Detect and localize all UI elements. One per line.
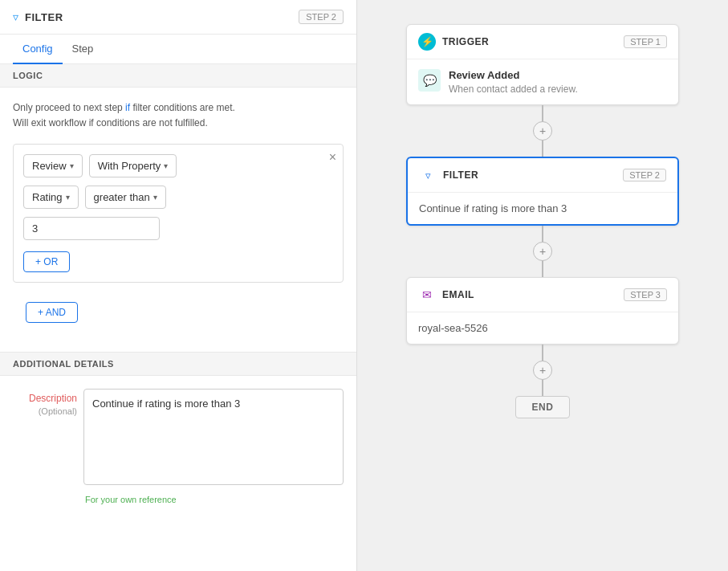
logic-desc-line2: Will exit workflow if conditions are not… — [13, 116, 344, 131]
review-added-icon: 💬 — [418, 69, 441, 92]
connector-line-3b — [542, 380, 543, 396]
filter-value-input[interactable] — [23, 217, 160, 240]
logic-section-header: LOGIC — [0, 64, 356, 88]
connector-line-2 — [542, 226, 543, 242]
tab-config[interactable]: Config — [13, 35, 63, 64]
description-hint: For your own reference — [72, 495, 356, 514]
trigger-step-badge: STEP 1 — [624, 35, 667, 48]
filter-header-left: ▿ FILTER — [419, 166, 478, 184]
rating-select-label: Rating — [32, 191, 63, 203]
add-step-button-1[interactable]: + — [533, 121, 552, 141]
trigger-icon: ⚡ — [418, 33, 436, 51]
connector-3: + — [533, 345, 552, 396]
chat-icon: 💬 — [423, 74, 437, 87]
trigger-node-title: TRIGGER — [442, 36, 489, 47]
rating-arrow-icon: ▾ — [66, 193, 70, 202]
trigger-node-header: ⚡ TRIGGER STEP 1 — [407, 25, 678, 59]
filter-icon: ▿ — [13, 10, 18, 23]
additional-details-header: ADDITIONAL DETAILS — [0, 353, 356, 376]
email-node-title: EMAIL — [442, 289, 474, 300]
connector-line-2b — [542, 261, 543, 277]
trigger-icon-symbol: ⚡ — [421, 36, 433, 47]
with-property-label: With Property — [98, 160, 161, 172]
description-area: Description (Optional) Continue if ratin… — [0, 376, 356, 498]
filter-body-text: Continue if rating is more than 3 — [419, 202, 666, 214]
close-filter-button[interactable]: × — [329, 151, 336, 164]
and-button[interactable]: + AND — [26, 302, 78, 323]
logic-section: Only proceed to next step if filter cond… — [0, 88, 356, 345]
logic-description: Only proceed to next step if filter cond… — [13, 100, 344, 131]
greater-than-select[interactable]: greater than ▾ — [85, 186, 166, 209]
email-body-text: royal-sea-5526 — [418, 322, 667, 334]
trigger-body-desc: When contact added a review. — [449, 84, 578, 95]
email-node: ✉ EMAIL STEP 3 royal-sea-5526 — [406, 277, 679, 345]
email-node-body: royal-sea-5526 — [407, 312, 678, 344]
panel-header: ▿ FILTER STEP 2 — [0, 0, 356, 35]
filter-step-badge: STEP 2 — [623, 169, 666, 181]
description-label: Description (Optional) — [13, 389, 77, 485]
review-arrow-icon: ▾ — [70, 161, 74, 170]
right-panel: ⚡ TRIGGER STEP 1 💬 Review Added When con… — [357, 0, 728, 571]
tab-step[interactable]: Step — [63, 35, 104, 64]
panel-header-left: ▿ FILTER — [13, 10, 63, 23]
connector-line-1 — [542, 105, 543, 121]
trigger-node: ⚡ TRIGGER STEP 1 💬 Review Added When con… — [406, 24, 679, 105]
trigger-header-left: ⚡ TRIGGER — [418, 33, 489, 51]
email-step-badge: STEP 3 — [624, 288, 667, 301]
greater-than-arrow-icon: ▾ — [153, 193, 157, 202]
email-icon-symbol: ✉ — [422, 288, 432, 301]
with-property-arrow-icon: ▾ — [164, 161, 168, 170]
left-panel: ▿ FILTER STEP 2 Config Step LOGIC Only p… — [0, 0, 357, 571]
filter-node-icon: ▿ — [419, 166, 437, 184]
filter-value-row — [23, 217, 333, 240]
optional-label: (Optional) — [13, 406, 77, 418]
connector-line-1b — [542, 141, 543, 157]
filter-row-1: Review ▾ With Property ▾ — [23, 154, 333, 177]
review-select-label: Review — [32, 160, 67, 172]
description-textarea[interactable]: Continue if rating is more than 3 — [83, 389, 344, 485]
greater-than-label: greater than — [94, 191, 150, 203]
logic-if-text: if — [125, 102, 130, 113]
connector-1: + — [533, 105, 552, 157]
email-icon: ✉ — [418, 286, 436, 304]
filter-icon-symbol: ▿ — [425, 169, 431, 181]
filter-row-2: Rating ▾ greater than ▾ — [23, 186, 333, 209]
add-step-button-2[interactable]: + — [533, 242, 552, 261]
description-label-text: Description — [13, 392, 77, 406]
trigger-body-title: Review Added — [449, 69, 578, 81]
trigger-node-body: 💬 Review Added When contact added a revi… — [407, 59, 678, 104]
connector-line-3 — [542, 345, 543, 361]
filter-group: × Review ▾ With Property ▾ Rating ▾ — [13, 144, 344, 283]
rating-select[interactable]: Rating ▾ — [23, 186, 79, 209]
email-header-left: ✉ EMAIL — [418, 286, 474, 304]
additional-details: ADDITIONAL DETAILS Description (Optional… — [0, 352, 356, 514]
filter-node: ▿ FILTER STEP 2 Continue if rating is mo… — [406, 157, 679, 226]
add-step-button-3[interactable]: + — [533, 361, 552, 380]
panel-tabs: Config Step — [0, 35, 356, 64]
step-badge: STEP 2 — [299, 10, 344, 24]
end-node: END — [515, 396, 571, 418]
logic-desc-line1: Only proceed to next step if filter cond… — [13, 100, 344, 116]
filter-node-title: FILTER — [443, 169, 478, 181]
panel-title: FILTER — [25, 11, 63, 23]
connector-2: + — [533, 226, 552, 277]
filter-node-body: Continue if rating is more than 3 — [408, 193, 677, 224]
or-button[interactable]: + OR — [23, 251, 70, 272]
filter-node-header: ▿ FILTER STEP 2 — [408, 158, 677, 193]
email-node-header: ✉ EMAIL STEP 3 — [407, 278, 678, 312]
with-property-select[interactable]: With Property ▾ — [89, 154, 177, 177]
review-select[interactable]: Review ▾ — [23, 154, 83, 177]
